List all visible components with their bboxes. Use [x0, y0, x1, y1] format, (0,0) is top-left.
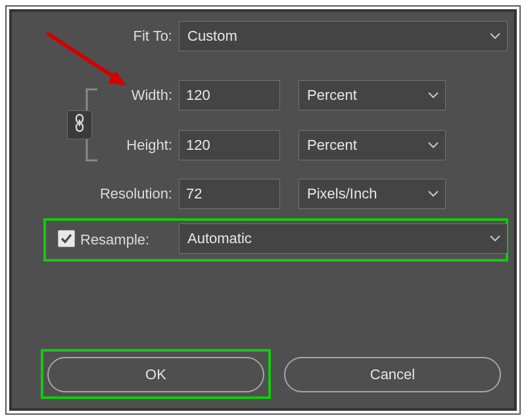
chevron-down-icon — [428, 92, 439, 99]
chevron-down-icon — [428, 142, 439, 149]
ok-button[interactable]: OK — [47, 357, 264, 392]
fit-to-value: Custom — [187, 28, 237, 44]
height-unit-value: Percent — [307, 137, 357, 153]
resolution-input[interactable] — [179, 179, 280, 209]
chevron-down-icon — [428, 191, 439, 197]
width-unit-select[interactable]: Percent — [299, 80, 446, 110]
width-unit-value: Percent — [307, 87, 357, 103]
resolution-unit-value: Pixels/Inch — [307, 185, 377, 202]
image-size-dialog: Fit To: Custom Width: Percent — [9, 9, 517, 411]
height-row: Height: Percent — [12, 130, 514, 162]
width-row: Width: Percent — [12, 80, 514, 112]
height-unit-select[interactable]: Percent — [299, 130, 446, 160]
cancel-button-label: Cancel — [370, 366, 415, 383]
chevron-down-icon — [490, 235, 500, 242]
fit-to-select[interactable]: Custom — [179, 21, 508, 51]
cancel-button[interactable]: Cancel — [284, 357, 501, 392]
height-input[interactable] — [179, 130, 280, 160]
resolution-row: Resolution: Pixels/Inch — [12, 179, 514, 210]
ok-button-label: OK — [145, 366, 166, 383]
resample-method-value: Automatic — [187, 230, 252, 246]
resolution-label: Resolution: — [60, 179, 172, 209]
fit-to-label: Fit To: — [60, 21, 172, 51]
width-label: Width: — [60, 80, 172, 110]
fit-to-row: Fit To: Custom — [12, 21, 514, 53]
chevron-down-icon — [490, 33, 500, 39]
width-input[interactable] — [179, 80, 280, 110]
resample-row: Automatic — [12, 223, 514, 255]
height-label: Height: — [60, 130, 172, 160]
resample-method-select[interactable]: Automatic — [179, 223, 508, 254]
resolution-unit-select[interactable]: Pixels/Inch — [299, 179, 446, 209]
